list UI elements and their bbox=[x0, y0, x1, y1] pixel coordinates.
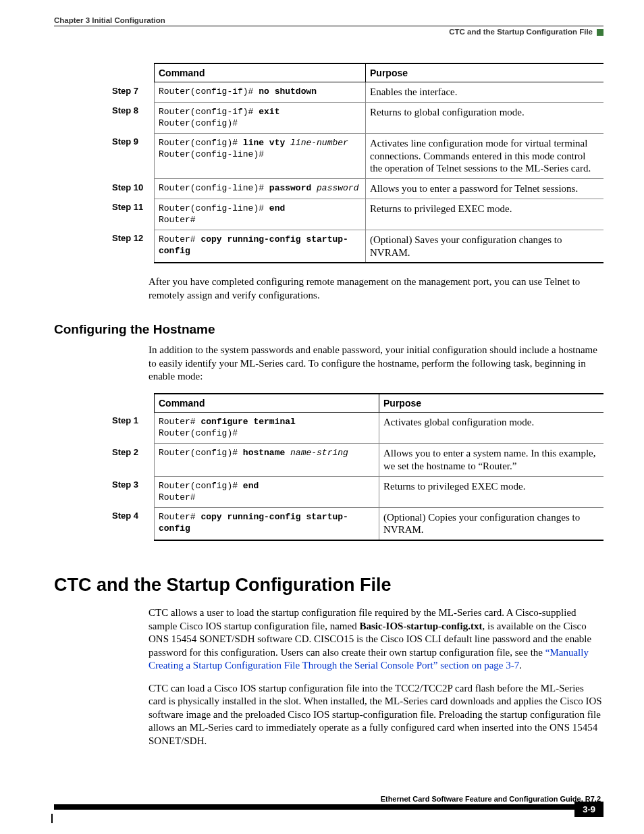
filename-basic-ios: Basic-IOS-startup-config.txt bbox=[359, 621, 482, 631]
heading-configuring-hostname: Configuring the Hostname bbox=[54, 322, 603, 337]
purpose-cell: Returns to global configuration mode. bbox=[366, 102, 604, 133]
command-table-1: Command Purpose Step 7Router(config-if)#… bbox=[108, 63, 603, 263]
col-step-blank bbox=[108, 63, 155, 82]
page-footer: Ethernet Card Software Feature and Confi… bbox=[54, 795, 603, 810]
command-cell: Router(config-if)# no shutdown bbox=[155, 82, 366, 103]
running-header-left: Chapter 3 Initial Configuration bbox=[54, 16, 603, 24]
purpose-cell: Allows you to enter a password for Telne… bbox=[366, 179, 604, 199]
col-purpose-header: Purpose bbox=[366, 63, 604, 82]
command-cell: Router(config-line)# password password bbox=[155, 179, 366, 199]
command-table-2: Command Purpose Step 1Router# configure … bbox=[108, 393, 603, 541]
command-cell: Router(config)# hostname name-string bbox=[155, 444, 379, 477]
paragraph-ctc-preload: CTC can load a Cisco IOS startup configu… bbox=[149, 682, 603, 748]
command-cell: Router(config)# endRouter# bbox=[155, 476, 379, 507]
command-cell: Router(config-if)# exitRouter(config)# bbox=[155, 102, 366, 133]
command-cell: Router(config)# line vty line-numberRout… bbox=[155, 133, 366, 178]
step-label: Step 7 bbox=[108, 82, 155, 103]
purpose-cell: Returns to privileged EXEC mode. bbox=[366, 199, 604, 230]
purpose-cell: Returns to privileged EXEC mode. bbox=[379, 476, 604, 507]
heading-ctc-startup: CTC and the Startup Configuration File bbox=[54, 575, 603, 596]
purpose-cell: Activates line configuration mode for vi… bbox=[366, 133, 604, 178]
step-label: Step 10 bbox=[108, 179, 155, 199]
running-header-right: CTC and the Startup Configuration File bbox=[54, 28, 603, 36]
purpose-cell: Activates global configuration mode. bbox=[379, 412, 604, 443]
step-label: Step 4 bbox=[108, 507, 155, 540]
step-label: Step 11 bbox=[108, 199, 155, 230]
col-purpose-header-2: Purpose bbox=[379, 394, 604, 413]
header-rule bbox=[54, 26, 603, 26]
command-cell: Router# configure terminalRouter(config)… bbox=[155, 412, 379, 443]
step-label: Step 2 bbox=[108, 444, 155, 477]
command-cell: Router# copy running-config startup-conf… bbox=[155, 230, 366, 263]
header-marker-icon bbox=[597, 29, 603, 36]
purpose-cell: (Optional) Saves your configuration chan… bbox=[366, 230, 604, 263]
footer-rule: 3-9 bbox=[54, 804, 603, 810]
step-label: Step 3 bbox=[108, 476, 155, 507]
purpose-cell: (Optional) Copies your configuration cha… bbox=[379, 507, 604, 540]
col-command-header-2: Command bbox=[155, 394, 379, 413]
paragraph-hostname-intro: In addition to the system passwords and … bbox=[149, 344, 603, 384]
command-cell: Router# copy running-config startup-conf… bbox=[155, 507, 379, 540]
purpose-cell: Enables the interface. bbox=[366, 82, 604, 103]
paragraph-ctc-intro: CTC allows a user to load the startup co… bbox=[149, 606, 603, 673]
footer-doc-title: Ethernet Card Software Feature and Confi… bbox=[54, 795, 603, 803]
page-number: 3-9 bbox=[574, 802, 603, 817]
step-label: Step 8 bbox=[108, 102, 155, 133]
purpose-cell: Allows you to enter a system name. In th… bbox=[379, 444, 604, 477]
col-step-blank-2 bbox=[108, 394, 155, 413]
col-command-header: Command bbox=[155, 63, 366, 82]
step-label: Step 9 bbox=[108, 133, 155, 178]
command-cell: Router(config-line)# endRouter# bbox=[155, 199, 366, 230]
crop-mark-icon bbox=[51, 814, 53, 823]
paragraph-telnet-note: After you have completed configuring rem… bbox=[149, 276, 603, 302]
step-label: Step 12 bbox=[108, 230, 155, 263]
step-label: Step 1 bbox=[108, 412, 155, 443]
